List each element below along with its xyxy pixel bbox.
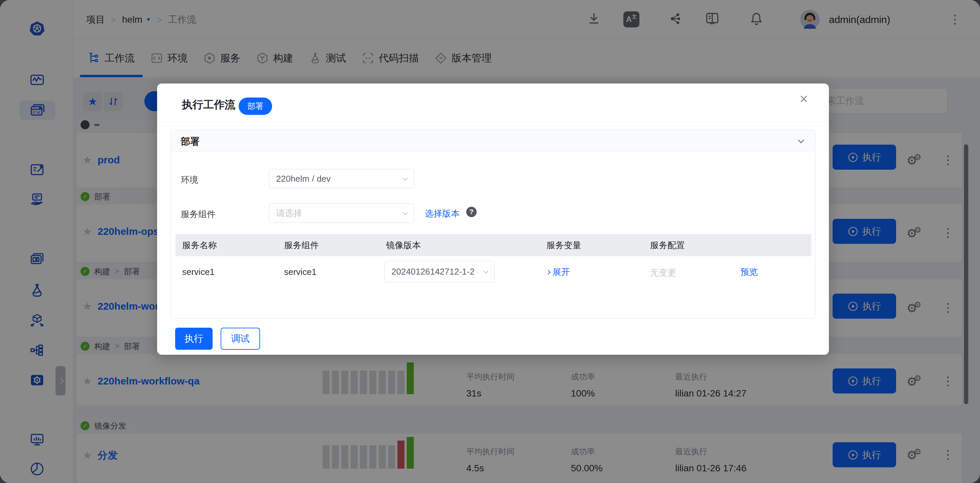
col-service-config: 服务配置 [650, 240, 685, 251]
section-title: 部署 [181, 135, 200, 148]
service-table-row: service1 service1 20240126142712-1-2 展开 … [175, 256, 811, 287]
modal-debug-button[interactable]: 调试 [221, 328, 260, 350]
cell-service-component: service1 [284, 267, 317, 277]
deploy-section-header[interactable]: 部署 [171, 130, 815, 152]
cell-service-name: service1 [182, 267, 215, 277]
col-image-version: 镜像版本 [386, 240, 421, 251]
service-component-label: 服务组件 [181, 208, 216, 220]
config-status: 无变更 [650, 267, 676, 278]
col-service-component: 服务组件 [284, 240, 319, 251]
workflow-type-badge: 部署 [239, 97, 272, 115]
service-table-header: 服务名称 服务组件 镜像版本 服务变量 服务配置 [175, 234, 811, 256]
image-version-value: 20240126142712-1-2 [391, 267, 475, 277]
chevron-down-icon [483, 268, 488, 273]
modal-header-divider [157, 122, 829, 122]
modal-title: 执行工作流 [182, 97, 235, 112]
deploy-section-card: 部署 环境 220helm / dev 服务组件 请选择 选择版本 ? 服务名称… [170, 130, 816, 319]
chevron-down-icon [798, 137, 804, 143]
col-service-vars: 服务变量 [546, 240, 581, 251]
col-service-name: 服务名称 [182, 240, 217, 251]
close-icon[interactable]: × [800, 92, 808, 106]
service-component-select[interactable]: 请选择 [269, 203, 414, 223]
choose-version-link[interactable]: 选择版本 [425, 208, 460, 219]
modal-execute-button[interactable]: 执行 [175, 328, 213, 350]
image-version-select[interactable]: 20240126142712-1-2 [384, 261, 495, 282]
chevron-down-icon [403, 175, 408, 181]
env-select[interactable]: 220helm / dev [269, 169, 414, 188]
help-icon[interactable]: ? [466, 207, 477, 217]
service-component-placeholder: 请选择 [276, 207, 302, 219]
preview-link[interactable]: 预览 [740, 266, 758, 278]
env-label: 环境 [181, 174, 198, 186]
chevron-right-icon [546, 270, 550, 274]
app-window: P M 项目 > [0, 0, 980, 483]
env-select-value: 220helm / dev [276, 174, 331, 184]
chevron-down-icon [403, 210, 408, 215]
execute-workflow-modal: 执行工作流 部署 × 部署 环境 220helm / dev 服务组件 请选择 … [157, 84, 829, 355]
expand-vars-link[interactable]: 展开 [546, 266, 570, 278]
